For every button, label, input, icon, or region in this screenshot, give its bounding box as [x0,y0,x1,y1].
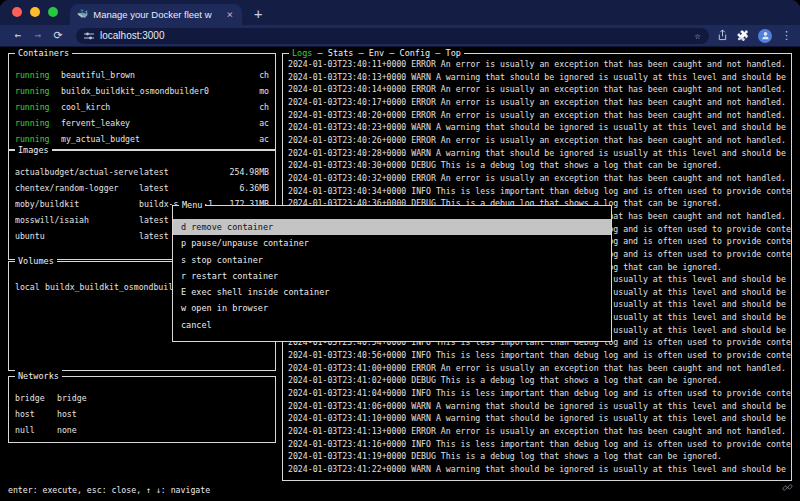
container-name: beautiful_brown [61,67,255,83]
container-state: running [15,99,61,115]
log-timestamp: 2024-01-03T23:40:20+0000 [288,110,406,120]
network-row[interactable]: hosthost [15,406,269,422]
log-timestamp: 2024-01-03T23:41:02+0000 [288,375,406,385]
url-text[interactable]: localhost:3000 [100,30,688,41]
menu-item[interactable]: E exec shell inside container [173,284,611,300]
log-level: DEBUG [411,451,436,461]
browser-chrome: 🐳 Manage your Docker fleet w × + ← → ⟳ l… [0,0,800,47]
log-message: An error is usually an exception that ha… [441,363,786,373]
close-window-button[interactable] [12,7,22,17]
network-driver: bridge [57,390,87,406]
image-row[interactable]: actualbudget/actual-serverlatest254.98MB [15,164,269,180]
container-row[interactable]: runningtitich [15,147,269,149]
log-timestamp: 2024-01-03T23:40:32+0000 [288,173,406,183]
menu-item[interactable]: cancel [173,317,611,333]
container-image-abbrev: ch [259,147,269,149]
log-level: WARN [411,401,431,411]
tab-strip: 🐳 Manage your Docker fleet w × + [0,0,800,25]
networks-panel: Networks bridgebridgehosthostnullnone [8,376,276,443]
browser-menu-icon[interactable]: ⋮ [781,30,792,41]
network-name: bridge [15,390,57,406]
log-timestamp: 2024-01-03T23:40:23+0000 [288,122,406,132]
container-row[interactable]: runningbuildx_buildkit_osmondbuilder0mo [15,83,269,99]
logs-tab[interactable]: Top [430,48,461,58]
network-row[interactable]: nullnone [15,422,269,438]
address-bar[interactable]: localhost:3000 ☆ [76,28,709,44]
log-timestamp: 2024-01-03T23:41:22+0000 [288,464,406,474]
log-timestamp: 2024-01-03T23:41:06+0000 [288,401,406,411]
network-name: null [15,422,57,438]
share-icon[interactable] [717,26,728,45]
log-entry: 2024-01-03T23:40:23+0000 WARN A warning … [288,121,791,134]
network-row[interactable]: bridgebridge [15,390,269,406]
container-state: running [15,83,61,99]
log-message: This is a debug log that shows a log tha… [441,451,722,461]
profile-avatar[interactable] [758,29,772,43]
menu-item[interactable]: w open in browser [173,300,611,316]
menu-item[interactable]: s stop container [173,252,611,268]
log-message: An error is usually an exception that ha… [441,97,786,107]
browser-tab[interactable]: 🐳 Manage your Docker fleet w × [70,4,242,25]
log-level: WARN [411,413,431,423]
log-timestamp: 2024-01-03T23:40:30+0000 [288,160,406,170]
network-name: host [15,406,57,422]
log-timestamp: 2024-01-03T23:40:56+0000 [288,350,406,360]
container-state: running [15,115,61,131]
log-entry: 2024-01-03T23:41:00+0000 ERROR An error … [288,362,791,375]
network-driver: host [57,406,77,422]
menu-item[interactable]: d remove container [173,219,611,235]
container-row[interactable]: runningfervent_leakeyac [15,115,269,131]
log-entry: 2024-01-03T23:40:56+0000 INFO This is le… [288,349,791,362]
log-level: INFO [411,439,431,449]
log-level: DEBUG [411,160,436,170]
log-level: ERROR [411,97,436,107]
menu-item[interactable]: p pause/unpause container [173,235,611,251]
log-entry: 2024-01-03T23:41:19+0000 DEBUG This is a… [288,450,791,463]
log-level: ERROR [411,135,436,145]
log-entry: 2024-01-03T23:40:30+0000 DEBUG This is a… [288,159,791,172]
extensions-puzzle-icon[interactable]: 🧩 [737,31,749,41]
logs-tab[interactable]: Stats [312,48,353,58]
bookmark-star-icon[interactable]: ☆ [694,31,700,41]
menu-title: Menu [179,199,205,212]
log-message: A warning that should be ignored is usua… [436,122,791,132]
log-entry: 2024-01-03T23:41:22+0000 WARN A warning … [288,463,791,476]
image-tag: latest [139,180,239,196]
log-level: ERROR [411,110,436,120]
log-level: WARN [411,72,431,82]
container-image-abbrev: ac [259,115,269,131]
container-name: my_actual_budget [61,131,255,147]
reload-button[interactable]: ⟳ [48,30,68,41]
container-row[interactable]: runningcool_kirchch [15,99,269,115]
log-level: ERROR [411,84,436,94]
log-timestamp: 2024-01-03T23:41:13+0000 [288,426,406,436]
logs-tab[interactable]: Env [353,48,384,58]
logs-tab[interactable]: Config [384,48,430,58]
container-row[interactable]: runningmy_actual_budgetac [15,131,269,147]
log-level: INFO [411,388,431,398]
image-size: 6.36MB [239,180,269,196]
log-entry: 2024-01-03T23:41:04+0000 INFO This is le… [288,387,791,400]
menu-items-list: d remove containerp pause/unpause contai… [173,206,611,341]
image-row[interactable]: chentex/random-loggerlatest6.36MB [15,180,269,196]
new-tab-button[interactable]: + [254,6,262,22]
toolbar-right-icons: 🧩 ⋮ [717,26,792,45]
maximize-window-button[interactable] [48,7,58,17]
log-timestamp: 2024-01-03T23:40:13+0000 [288,72,406,82]
log-timestamp: 2024-01-03T23:41:10+0000 [288,413,406,423]
image-size: 254.98MB [230,164,269,180]
forward-button[interactable]: → [28,30,48,41]
volume-driver: local [15,279,45,295]
log-level: DEBUG [411,375,436,385]
tab-close-icon[interactable]: × [224,9,235,20]
log-level: INFO [411,350,431,360]
back-button[interactable]: ← [8,30,28,41]
site-settings-icon[interactable] [84,26,94,45]
logs-tab[interactable]: Logs [292,48,312,58]
images-panel-title: Images [15,144,52,157]
containers-list: runningbeautiful_brownchrunningbuildx_bu… [9,54,275,149]
log-entry: 2024-01-03T23:40:17+0000 ERROR An error … [288,96,791,109]
menu-item[interactable]: r restart container [173,268,611,284]
minimize-window-button[interactable] [30,7,40,17]
container-row[interactable]: runningbeautiful_brownch [15,67,269,83]
